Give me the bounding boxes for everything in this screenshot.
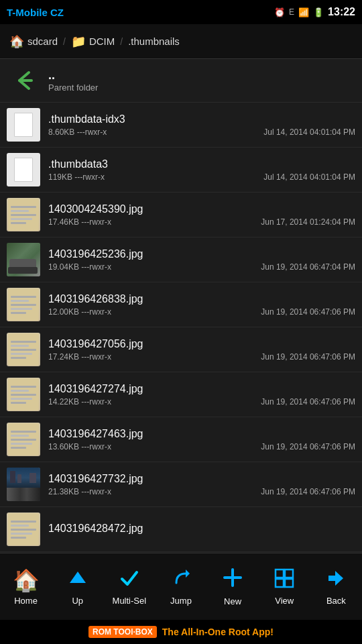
- file-size: 17.24KB ---rwxr-x: [48, 352, 111, 362]
- file-row[interactable]: 1403196427056.jpg 17.24KB ---rwxr-x Jun …: [0, 327, 362, 372]
- carrier-label: T-Mobile CZ: [7, 7, 64, 18]
- file-meta: 12.00KB ---rwxr-x Jun 19, 2014 06:47:06 …: [48, 307, 355, 317]
- svg-marker-0: [70, 572, 86, 583]
- signal-icon: 📶: [298, 7, 309, 17]
- toolbar-up-button[interactable]: Up: [54, 568, 101, 606]
- file-meta: 14.22KB ---rwxr-x Jun 19, 2014 06:47:06 …: [48, 397, 355, 407]
- file-thumbnail: [7, 288, 40, 321]
- file-date: Jun 19, 2014 06:47:06 PM: [261, 397, 355, 407]
- breadcrumb-home[interactable]: 🏠 sdcard: [4, 32, 63, 52]
- toolbar-view-button[interactable]: View: [261, 568, 308, 606]
- status-time: 13:22: [328, 6, 355, 18]
- toolbar-multisel-button[interactable]: Multi-Sel: [106, 568, 153, 606]
- rom-tagline: The All-In-One Root App!: [162, 627, 274, 637]
- breadcrumb-sdcard-label: sdcard: [27, 36, 58, 47]
- file-thumbnail: [7, 333, 40, 366]
- file-thumbnail: [7, 108, 40, 142]
- svg-rect-5: [285, 570, 293, 578]
- file-info: .thumbdata-idx3 8.60KB ---rwxr-x Jul 14,…: [48, 113, 355, 137]
- parent-info: .. Parent folder: [48, 68, 98, 93]
- home-toolbar-icon: 🏠: [13, 568, 40, 593]
- file-name: 1403004245390.jpg: [48, 203, 355, 215]
- toolbar-back-button[interactable]: Back: [312, 568, 359, 606]
- file-row[interactable]: .thumbdata3 119KB ---rwxr-x Jul 14, 2014…: [0, 148, 362, 193]
- svg-marker-1: [186, 570, 190, 578]
- file-size: 12.00KB ---rwxr-x: [48, 307, 111, 317]
- toolbar-new-button[interactable]: New: [209, 567, 256, 606]
- bottom-toolbar: 🏠 Home Up Multi-Sel Jump: [0, 553, 362, 620]
- file-info: 1403196427463.jpg 13.60KB ---rwxr-x Jun …: [48, 428, 355, 451]
- file-meta: 21.38KB ---rwxr-x Jun 19, 2014 06:47:06 …: [48, 487, 355, 496]
- file-date: Jun 19, 2014 06:47:04 PM: [261, 262, 355, 272]
- file-size: 19.04KB ---rwxr-x: [48, 262, 111, 272]
- breadcrumb-dcim[interactable]: 📁 DCIM: [66, 32, 120, 52]
- file-row[interactable]: 1403196427274.jpg 14.22KB ---rwxr-x Jun …: [0, 372, 362, 417]
- svg-rect-7: [285, 579, 293, 587]
- file-row[interactable]: .thumbdata-idx3 8.60KB ---rwxr-x Jul 14,…: [0, 103, 362, 148]
- breadcrumb-thumbnails[interactable]: .thumbnails: [123, 33, 185, 50]
- file-row[interactable]: 1403196427732.jpg 21.38KB ---rwxr-x Jun …: [0, 462, 362, 507]
- breadcrumb-bar: 🏠 sdcard / 📁 DCIM / .thumbnails: [0, 24, 362, 59]
- rom-banner[interactable]: ROM TOOl·BOX The All-In-One Root App!: [0, 620, 362, 644]
- file-date: Jul 14, 2014 04:01:04 PM: [263, 127, 355, 137]
- file-size: 17.46KB ---rwxr-x: [48, 217, 111, 227]
- file-row[interactable]: 1403196428472.jpg: [0, 507, 362, 552]
- jump-toolbar-icon: [171, 568, 191, 593]
- multisel-toolbar-icon: [119, 568, 139, 593]
- file-thumbnail: [7, 378, 40, 411]
- file-row[interactable]: 1403196426838.jpg 12.00KB ---rwxr-x Jun …: [0, 282, 362, 327]
- back-toolbar-icon: [326, 568, 346, 593]
- toolbar-home-button[interactable]: 🏠 Home: [3, 568, 50, 606]
- file-meta: 119KB ---rwxr-x Jul 14, 2014 04:01:04 PM: [48, 172, 355, 182]
- file-size: 119KB ---rwxr-x: [48, 172, 105, 182]
- file-name: 1403196428472.jpg: [48, 523, 355, 535]
- file-size: 21.38KB ---rwxr-x: [48, 487, 111, 496]
- folder-bc-icon: 📁: [71, 34, 86, 49]
- status-icons: ⏰ E 📶 🔋 13:22: [274, 6, 355, 18]
- file-name: 1403196426838.jpg: [48, 293, 355, 305]
- up-toolbar-icon: [68, 568, 88, 593]
- svg-rect-6: [276, 579, 284, 587]
- file-info: 1403196427274.jpg 14.22KB ---rwxr-x Jun …: [48, 383, 355, 407]
- file-name: 1403196425236.jpg: [48, 248, 355, 260]
- files-container: .thumbdata-idx3 8.60KB ---rwxr-x Jul 14,…: [0, 103, 362, 552]
- file-row[interactable]: 1403196425236.jpg 19.04KB ---rwxr-x Jun …: [0, 237, 362, 282]
- file-info: 1403004245390.jpg 17.46KB ---rwxr-x Jun …: [48, 203, 355, 227]
- file-info: 1403196427056.jpg 17.24KB ---rwxr-x Jun …: [48, 338, 355, 362]
- parent-folder-row[interactable]: .. Parent folder: [0, 59, 362, 103]
- up-toolbar-label: Up: [72, 596, 83, 606]
- new-toolbar-label: New: [224, 596, 241, 606]
- file-size: 13.60KB ---rwxr-x: [48, 442, 111, 451]
- file-info: 1403196427732.jpg 21.38KB ---rwxr-x Jun …: [48, 473, 355, 496]
- battery-icon: 🔋: [313, 7, 324, 17]
- file-thumbnail: [7, 243, 40, 276]
- file-name: .thumbdata-idx3: [48, 113, 355, 125]
- svg-rect-4: [276, 570, 284, 578]
- multisel-toolbar-label: Multi-Sel: [113, 596, 147, 606]
- jump-toolbar-label: Jump: [170, 596, 192, 606]
- toolbar-jump-button[interactable]: Jump: [158, 568, 204, 606]
- file-thumbnail: [7, 423, 40, 456]
- file-row[interactable]: 1403004245390.jpg 17.46KB ---rwxr-x Jun …: [0, 193, 362, 237]
- svg-marker-8: [328, 571, 343, 586]
- back-toolbar-label: Back: [326, 596, 346, 606]
- file-info: 1403196428472.jpg: [48, 523, 355, 537]
- file-thumbnail: [7, 468, 40, 501]
- file-date: Jun 19, 2014 06:47:06 PM: [261, 442, 355, 451]
- file-meta: 8.60KB ---rwxr-x Jul 14, 2014 04:01:04 P…: [48, 127, 355, 137]
- file-name: 1403196427056.jpg: [48, 338, 355, 350]
- view-toolbar-label: View: [275, 596, 294, 606]
- file-info: 1403196426838.jpg 12.00KB ---rwxr-x Jun …: [48, 293, 355, 317]
- file-thumbnail: [7, 513, 40, 546]
- home-toolbar-label: Home: [14, 596, 38, 606]
- status-bar: T-Mobile CZ ⏰ E 📶 🔋 13:22: [0, 0, 362, 24]
- file-size: 8.60KB ---rwxr-x: [48, 127, 107, 137]
- file-name: 1403196427274.jpg: [48, 383, 355, 395]
- breadcrumb-dcim-label: DCIM: [89, 36, 115, 47]
- file-row[interactable]: 1403196427463.jpg 13.60KB ---rwxr-x Jun …: [0, 417, 362, 462]
- home-bc-icon: 🏠: [9, 34, 24, 49]
- file-name: .thumbdata3: [48, 158, 355, 170]
- parent-label: Parent folder: [48, 83, 98, 93]
- file-date: Jun 19, 2014 06:47:06 PM: [261, 307, 355, 317]
- sim-icon: E: [289, 7, 294, 17]
